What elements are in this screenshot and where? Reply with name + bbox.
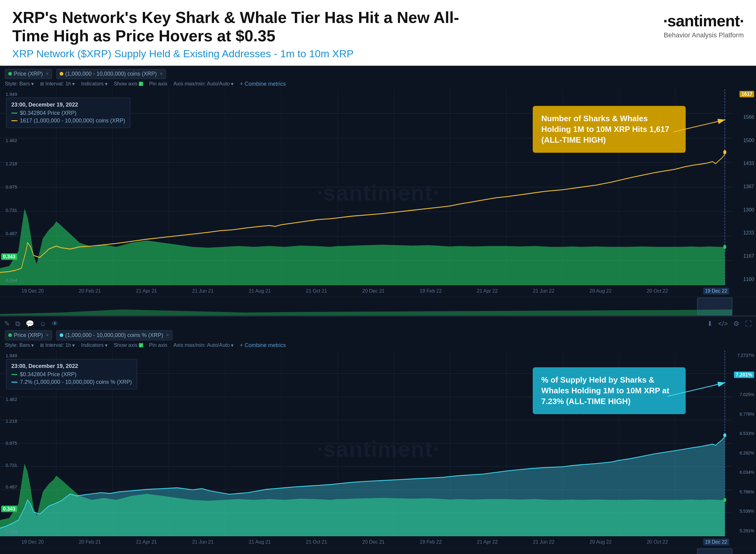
tooltip-row-price-1: $0.342804 Price (XRP) (11, 110, 125, 116)
download-icon[interactable]: ⬇ (707, 320, 712, 328)
y-val-1300: 1300 (743, 207, 754, 213)
x-label-jun21: 21 Jun 21 (192, 288, 213, 294)
code-icon[interactable]: </> (718, 320, 728, 328)
y-left-1218: 1.218 (1, 161, 17, 166)
axis-max-min-2[interactable]: Axis max/min: Auto/Auto ▾ (173, 342, 234, 349)
style-selector-1[interactable]: Style: Bars ▾ (5, 81, 34, 87)
y2-left-0731: 0.731 (1, 462, 17, 468)
show-axis-checkbox-2[interactable] (139, 343, 143, 347)
coins-line-indicator-1 (11, 120, 17, 121)
indicators-label-2: Indicators (81, 342, 104, 348)
minimap-svg-2 (0, 548, 756, 554)
y-val-1500: 1500 (743, 138, 754, 143)
callout-arrow-svg-2 (664, 375, 732, 415)
indicators-label-1: Indicators (81, 81, 104, 87)
metric-tab-price-label-2: Price (XRP) (14, 332, 43, 338)
combine-metrics-label-2: + Combine metrics (240, 342, 286, 349)
show-axis-control-1[interactable]: Show axis (114, 81, 143, 87)
settings-icon[interactable]: ⚙ (733, 320, 740, 328)
metric-tab-price-2[interactable]: Price (XRP) × (5, 330, 52, 340)
pct-color-dot-2 (60, 333, 63, 337)
metric-tab-pct-2[interactable]: (1,000,000 - 10,000,000) coins % (XRP) × (56, 330, 173, 340)
combine-metrics-2[interactable]: + Combine metrics (240, 342, 286, 349)
x-axis-2: 19 Dec 20 20 Feb 21 21 Apr 21 21 Jun 21 … (18, 536, 732, 548)
axis-max-min-label-1: Axis max/min: Auto/Auto (173, 81, 230, 87)
price-color-dot-2 (8, 333, 12, 337)
copy-icon[interactable]: ⧉ (15, 320, 20, 328)
tooltip-date-2: 23:00, December 19, 2022 (11, 363, 132, 370)
indicators-chevron-2: ▾ (105, 342, 108, 349)
expand-icon[interactable]: ⛶ (745, 320, 752, 328)
price-color-dot-1 (8, 72, 12, 75)
tooltip-2: 23:00, December 19, 2022 $0.342804 Price… (6, 359, 137, 389)
x2-label-aug21: 21 Aug 21 (249, 539, 271, 545)
x-label-feb21: 20 Feb 21 (79, 288, 101, 294)
show-axis-label-1: Show axis (114, 81, 137, 87)
comment-icon[interactable]: 💬 (26, 320, 34, 328)
pin-axis-label-1: Pin axis (149, 81, 168, 87)
tooltip-row-price-2: $0.342804 Price (XRP) (11, 371, 132, 378)
minimap-handle-2[interactable] (697, 549, 732, 554)
style-selector-2[interactable]: Style: Bars ▾ (5, 342, 34, 349)
svg-line-25 (674, 120, 726, 132)
minimap-handle-1[interactable] (697, 298, 732, 315)
indicators-button-1[interactable]: Indicators ▾ (81, 81, 108, 87)
callout-gold: Number of Sharks & Whales Holding 1M to … (533, 106, 686, 153)
metric-tab-coins-1[interactable]: (1,000,000 - 10,000,000) coins (XRP) × (56, 69, 166, 79)
metric-tab-coins-label-1: (1,000,000 - 10,000,000) coins (XRP) (65, 71, 156, 77)
y2-left-1949: 1.949 (1, 353, 17, 358)
logo-text: santiment (667, 12, 740, 30)
x2-label-apr21: 21 Apr 21 (136, 539, 157, 545)
x-label-aug22: 20 Aug 22 (590, 288, 612, 294)
x-label-jun22: 21 Jun 22 (533, 288, 555, 294)
interval-chevron-1: ▾ (72, 81, 75, 87)
santiment-logo: ·santiment· (663, 12, 744, 30)
combine-metrics-1[interactable]: + Combine metrics (240, 81, 286, 87)
interval-selector-1[interactable]: ⊞ Interval: 1h ▾ (40, 81, 75, 87)
y2-left-0343: 0.343 (1, 506, 17, 512)
tooltip-coins-1: 1617 (1,000,000 - 10,000,000) coins (XRP… (20, 117, 125, 124)
axis-max-min-1[interactable]: Axis max/min: Auto/Auto ▾ (173, 81, 234, 87)
minimap-1[interactable] (0, 297, 756, 315)
metric-tab-price-label-1: Price (XRP) (14, 71, 43, 77)
close-price-tab-2[interactable]: × (46, 332, 49, 338)
style-chevron-1: ▾ (31, 81, 34, 87)
y-left-0343: 0.343 (1, 254, 17, 260)
show-axis-checkbox-1[interactable] (139, 82, 143, 86)
close-pct-tab-2[interactable]: × (166, 332, 169, 338)
indicators-button-2[interactable]: Indicators ▾ (81, 342, 108, 349)
emoji-icon[interactable]: ☺ (40, 320, 46, 328)
chart-panel-2: ✎ ⧉ 💬 ☺ 👁 ⬇ </> ⚙ ⛶ Price (XRP) × (1,000… (0, 317, 756, 554)
close-price-tab-1[interactable]: × (46, 71, 49, 76)
show-axis-label-2: Show axis (114, 342, 137, 348)
interval-selector-2[interactable]: ⊞ Interval: 1h ▾ (40, 342, 75, 349)
y-left-1462: 1.462 (1, 138, 17, 143)
y2-left-1218: 1.218 (1, 419, 17, 424)
x2-label-dec20: 19 Dec 20 (21, 539, 44, 545)
minimap-2[interactable] (0, 548, 756, 554)
show-axis-control-2[interactable]: Show axis (114, 342, 143, 348)
svg-marker-26 (0, 310, 732, 316)
y-val-1617: 1617 (740, 92, 754, 97)
y2-left-0975: 0.975 (1, 440, 17, 446)
callout-arrow-svg-1 (670, 114, 732, 150)
y-left-0487: 0.487 (1, 231, 17, 236)
y-val-5539: 5.539% (740, 509, 754, 514)
pin-axis-control-1[interactable]: Pin axis (149, 81, 168, 87)
pin-axis-control-2[interactable]: Pin axis (149, 342, 168, 348)
x2-label-oct21: 21 Oct 21 (306, 539, 327, 545)
x2-label-aug22: 20 Aug 22 (590, 539, 612, 545)
page-title: XRP's Network's Key Shark & Whale Tier H… (12, 9, 471, 45)
santiment-tagline: Behavior Analysis Platform (664, 31, 744, 39)
y-val-5786: 5.786% (740, 489, 754, 494)
x2-label-dec21: 20 Dec 21 (362, 539, 384, 545)
eye-icon[interactable]: 👁 (52, 320, 58, 328)
tooltip-row-pct-2: 7.2% (1,000,000 - 10,000,000) coins % (X… (11, 379, 132, 385)
close-coins-tab-1[interactable]: × (160, 71, 163, 76)
y-val-6778: 6.778% (740, 412, 754, 417)
metric-tab-price-1[interactable]: Price (XRP) × (5, 69, 52, 79)
y-left-0731: 0.731 (1, 208, 17, 213)
x-label-apr21: 21 Apr 21 (136, 288, 157, 294)
pencil-icon[interactable]: ✎ (4, 320, 10, 328)
style-chevron-2: ▾ (31, 342, 34, 349)
